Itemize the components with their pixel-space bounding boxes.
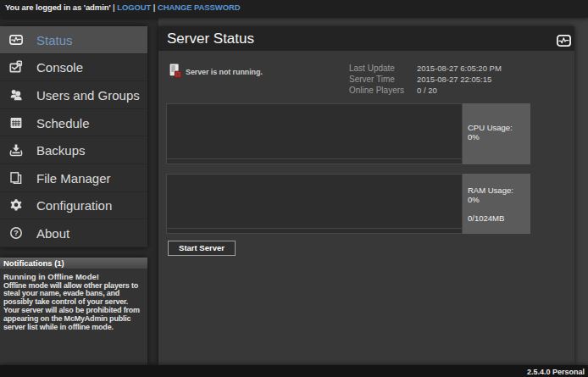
svg-text:?: ? <box>14 229 19 237</box>
